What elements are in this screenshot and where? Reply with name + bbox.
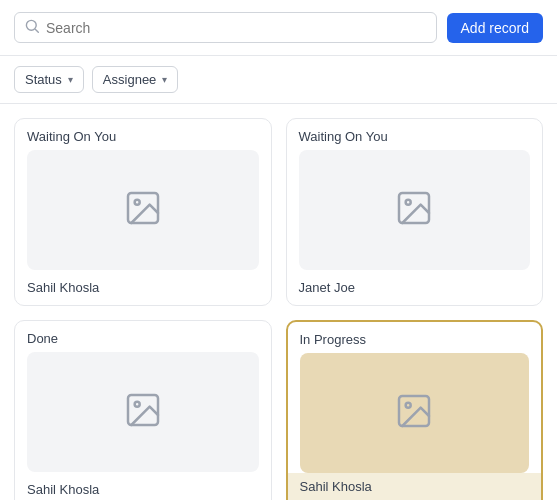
add-record-button[interactable]: Add record xyxy=(447,13,543,43)
search-wrapper xyxy=(14,12,437,43)
svg-point-9 xyxy=(406,403,411,408)
card-image-placeholder xyxy=(300,353,530,473)
card-highlighted-footer: Sahil Khosla Sponsored xyxy=(288,473,542,500)
status-chevron-icon: ▾ xyxy=(68,74,73,85)
image-icon xyxy=(123,390,163,434)
card-status-label: Done xyxy=(15,321,271,352)
svg-point-7 xyxy=(134,402,139,407)
svg-point-3 xyxy=(134,200,139,205)
top-bar: Add record xyxy=(0,0,557,56)
card-user-label: Sahil Khosla xyxy=(300,479,530,500)
filter-bar: Status ▾ Assignee ▾ xyxy=(0,56,557,104)
card-waiting-janet: Waiting On You Janet Joe xyxy=(286,118,544,306)
assignee-filter-dropdown[interactable]: Assignee ▾ xyxy=(92,66,178,93)
card-image-placeholder xyxy=(27,150,259,270)
image-icon xyxy=(394,391,434,435)
card-done-sahil: Done Sahil Khosla xyxy=(14,320,272,500)
card-status-label: Waiting On You xyxy=(287,119,543,150)
svg-point-5 xyxy=(406,200,411,205)
card-user-label: Sahil Khosla xyxy=(15,270,271,305)
status-filter-label: Status xyxy=(25,72,62,87)
card-user-label: Janet Joe xyxy=(287,270,543,305)
cards-grid: Waiting On You Sahil Khosla Waiting On Y… xyxy=(0,104,557,500)
image-icon xyxy=(394,188,434,232)
card-waiting-sahil: Waiting On You Sahil Khosla xyxy=(14,118,272,306)
assignee-chevron-icon: ▾ xyxy=(162,74,167,85)
card-image-placeholder xyxy=(27,352,259,472)
search-icon xyxy=(25,19,39,36)
card-status-label: In Progress xyxy=(288,322,542,353)
search-input[interactable] xyxy=(46,20,426,36)
image-icon xyxy=(123,188,163,232)
card-status-label: Waiting On You xyxy=(15,119,271,150)
card-image-placeholder xyxy=(299,150,531,270)
card-user-label: Sahil Khosla xyxy=(15,472,271,500)
card-inprogress-sahil: In Progress Sahil Khosla Sponsored xyxy=(286,320,544,500)
svg-point-0 xyxy=(26,20,36,30)
svg-line-1 xyxy=(36,30,39,33)
status-filter-dropdown[interactable]: Status ▾ xyxy=(14,66,84,93)
assignee-filter-label: Assignee xyxy=(103,72,156,87)
